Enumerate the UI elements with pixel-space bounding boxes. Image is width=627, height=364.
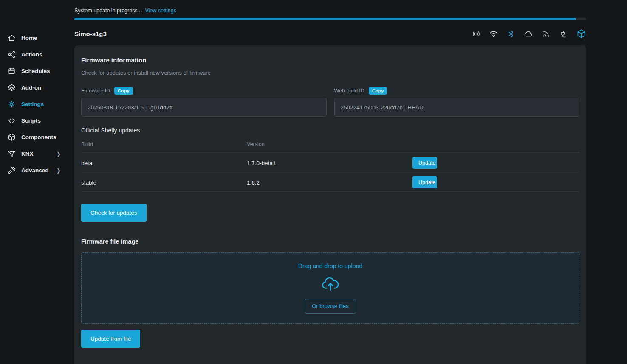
sidebar-item-label: Actions (21, 51, 42, 58)
app-window: Home Actions Schedules Add-on Settings S… (0, 0, 627, 364)
web-build-id-input[interactable] (334, 98, 580, 117)
sidebar-item-label: KNX (21, 151, 34, 157)
column-header-build: Build (81, 141, 247, 147)
official-updates-title: Official Shelly updates (81, 127, 579, 134)
firmware-dropzone[interactable]: Drag and drop to upload Or browse files (81, 252, 579, 324)
cloud-icon (524, 30, 533, 38)
update-stable-button[interactable]: Update (412, 176, 437, 188)
dropzone-text: Drag and drop to upload (298, 263, 362, 269)
web-build-id-label: Web build ID (334, 88, 364, 94)
browse-files-button[interactable]: Or browse files (305, 299, 356, 314)
sidebar-item-components[interactable]: Components (0, 129, 74, 146)
websocket-icon (559, 30, 568, 38)
web-build-id-label-row: Web build ID Copy (334, 87, 580, 95)
upload-cloud-icon (321, 275, 340, 293)
scripts-icon (8, 117, 16, 125)
firmware-id-label-row: Firmware ID Copy (81, 87, 327, 95)
sidebar-item-advanced[interactable]: Advanced ❯ (0, 162, 74, 179)
sidebar-item-label: Advanced (21, 167, 49, 174)
sidebar-item-home[interactable]: Home (0, 30, 74, 46)
view-settings-link[interactable]: View settings (145, 8, 176, 14)
updates-table: Build Version beta 1.7.0-beta1 Update st… (81, 136, 579, 192)
firmware-info-title: Firmware information (81, 56, 579, 64)
device-cube-icon[interactable] (576, 29, 586, 39)
advanced-icon (8, 166, 16, 174)
actions-icon (8, 50, 16, 59)
table-row-beta: beta 1.7.0-beta1 Update (81, 153, 579, 172)
update-notification: System update in progress... View settin… (74, 8, 586, 14)
update-from-file-button[interactable]: Update from file (81, 330, 140, 348)
knx-icon (8, 150, 16, 158)
copy-firmware-id-button[interactable]: Copy (114, 87, 133, 95)
firmware-file-image-title: Firmware file image (81, 238, 579, 245)
web-build-id-field: Web build ID Copy (334, 87, 580, 117)
addon-icon (8, 84, 16, 92)
version-cell: 1.6.2 (247, 179, 412, 186)
sidebar-item-label: Add-on (21, 84, 41, 91)
bluetooth-icon[interactable] (507, 30, 515, 38)
firmware-id-label: Firmware ID (81, 88, 110, 94)
ap-mode-icon (472, 30, 480, 38)
schedules-icon (8, 67, 16, 75)
updates-table-header: Build Version (81, 136, 579, 153)
sidebar-item-label: Settings (21, 101, 44, 107)
sidebar-item-schedules[interactable]: Schedules (0, 63, 74, 79)
settings-gear-icon (8, 100, 16, 108)
home-icon (8, 34, 16, 42)
firmware-id-fields: Firmware ID Copy Web build ID Copy (81, 87, 579, 117)
update-notification-text: System update in progress... (74, 8, 142, 14)
version-cell: 1.7.0-beta1 (247, 160, 412, 166)
components-icon (8, 133, 16, 141)
column-header-version: Version (247, 141, 412, 147)
sidebar-item-label: Schedules (21, 68, 50, 74)
firmware-id-input[interactable] (81, 98, 327, 117)
sidebar-item-label: Scripts (21, 118, 41, 124)
sidebar-item-settings[interactable]: Settings (0, 96, 74, 112)
chevron-right-icon: ❯ (56, 151, 61, 157)
device-name: Simo-s1g3 (74, 30, 107, 37)
sidebar-item-actions[interactable]: Actions (0, 46, 74, 63)
table-row-stable: stable 1.6.2 Update (81, 172, 579, 192)
status-icons (472, 29, 586, 39)
firmware-card: Firmware information Check for updates o… (74, 45, 586, 364)
sidebar-item-knx[interactable]: KNX ❯ (0, 146, 74, 162)
check-for-updates-button[interactable]: Check for updates (81, 204, 147, 222)
build-cell: stable (81, 179, 247, 186)
sidebar-item-addon[interactable]: Add-on (0, 79, 74, 96)
main-content: System update in progress... View settin… (74, 0, 586, 364)
chevron-right-icon: ❯ (56, 168, 61, 174)
page-header: Simo-s1g3 (74, 20, 586, 45)
sidebar-item-label: Components (21, 134, 56, 140)
sidebar-item-scripts[interactable]: Scripts (0, 112, 74, 129)
sidebar-item-label: Home (21, 35, 37, 41)
sidebar: Home Actions Schedules Add-on Settings S… (0, 0, 74, 364)
copy-web-build-id-button[interactable]: Copy (369, 87, 387, 95)
update-beta-button[interactable]: Update (412, 157, 437, 169)
firmware-info-subtitle: Check for updates or install new version… (81, 70, 579, 76)
mqtt-icon (542, 30, 550, 38)
build-cell: beta (81, 160, 247, 166)
wifi-icon (489, 30, 498, 38)
firmware-id-field: Firmware ID Copy (81, 87, 327, 117)
